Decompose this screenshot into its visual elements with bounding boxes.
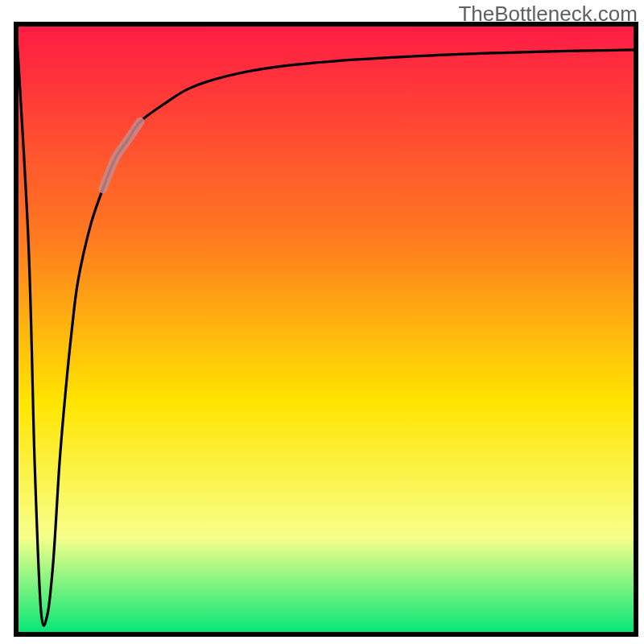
- chart-container: TheBottleneck.com: [0, 0, 644, 644]
- plot-background: [16, 24, 636, 634]
- chart-svg: [0, 0, 644, 644]
